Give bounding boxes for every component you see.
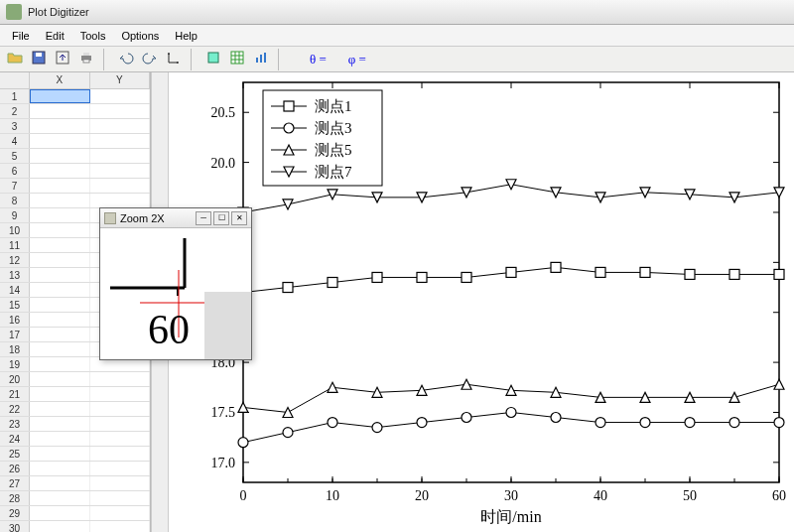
cell[interactable] xyxy=(90,491,151,505)
cell[interactable] xyxy=(90,387,151,401)
chart-panel[interactable]: 010203040506017.017.518.018.519.019.520.… xyxy=(169,72,794,532)
row-header[interactable]: 19 xyxy=(0,357,30,371)
row-header[interactable]: 14 xyxy=(0,283,30,297)
cell[interactable] xyxy=(30,164,90,178)
sheet-corner[interactable] xyxy=(0,72,30,88)
redo-button[interactable] xyxy=(139,49,161,70)
menu-tools[interactable]: Tools xyxy=(72,28,114,44)
cell[interactable] xyxy=(30,402,90,416)
row-header[interactable]: 28 xyxy=(0,491,30,505)
row-header[interactable]: 21 xyxy=(0,387,30,401)
cell[interactable] xyxy=(30,134,90,148)
cell[interactable] xyxy=(90,104,151,118)
cell[interactable] xyxy=(30,521,90,532)
cell[interactable] xyxy=(30,104,90,118)
cell[interactable] xyxy=(30,357,90,371)
cell[interactable] xyxy=(30,149,90,163)
cell[interactable] xyxy=(30,387,90,401)
cell[interactable] xyxy=(90,476,151,490)
cell[interactable] xyxy=(30,283,90,297)
col-header-y[interactable]: Y xyxy=(90,72,151,88)
chart-canvas[interactable]: 010203040506017.017.518.018.519.019.520.… xyxy=(169,72,794,532)
zoom-title-bar[interactable]: Zoom 2X ─ ☐ ✕ xyxy=(100,208,251,228)
row-header[interactable]: 15 xyxy=(0,298,30,312)
cell[interactable] xyxy=(90,417,151,431)
cell[interactable] xyxy=(30,119,90,133)
close-button[interactable]: ✕ xyxy=(231,211,247,225)
cell[interactable] xyxy=(90,372,151,386)
row-header[interactable]: 17 xyxy=(0,328,30,341)
cell[interactable] xyxy=(90,194,151,207)
undo-button[interactable] xyxy=(115,49,137,70)
cell[interactable] xyxy=(90,521,151,532)
cell[interactable] xyxy=(30,238,90,252)
chart-button[interactable] xyxy=(250,49,272,70)
menu-help[interactable]: Help xyxy=(167,28,205,44)
cell[interactable] xyxy=(30,89,90,103)
cell[interactable] xyxy=(30,328,90,341)
cell[interactable] xyxy=(30,179,90,193)
cell[interactable] xyxy=(30,447,90,461)
row-header[interactable]: 30 xyxy=(0,521,30,532)
row-header[interactable]: 16 xyxy=(0,313,30,327)
row-header[interactable]: 18 xyxy=(0,342,30,356)
cell[interactable] xyxy=(90,164,151,178)
cell[interactable] xyxy=(90,134,151,148)
row-header[interactable]: 23 xyxy=(0,417,30,431)
cell[interactable] xyxy=(30,223,90,237)
zoom-window[interactable]: Zoom 2X ─ ☐ ✕ 60 xyxy=(99,207,252,360)
cell[interactable] xyxy=(30,268,90,282)
cell[interactable] xyxy=(30,253,90,267)
grid-button[interactable] xyxy=(226,49,248,70)
row-header[interactable]: 5 xyxy=(0,149,30,163)
cell[interactable] xyxy=(30,476,90,490)
row-header[interactable]: 29 xyxy=(0,506,30,520)
cell[interactable] xyxy=(90,149,151,163)
cell[interactable] xyxy=(30,313,90,327)
cell[interactable] xyxy=(30,372,90,386)
cell[interactable] xyxy=(30,342,90,356)
cell[interactable] xyxy=(90,89,150,103)
cell[interactable] xyxy=(30,462,90,475)
cell[interactable] xyxy=(90,402,151,416)
export-button[interactable] xyxy=(52,49,73,70)
open-button[interactable] xyxy=(4,49,26,70)
row-header[interactable]: 3 xyxy=(0,119,30,133)
cell[interactable] xyxy=(30,491,90,505)
row-header[interactable]: 7 xyxy=(0,179,30,193)
cell[interactable] xyxy=(30,298,90,312)
row-header[interactable]: 27 xyxy=(0,476,30,490)
row-header[interactable]: 2 xyxy=(0,104,30,118)
cell[interactable] xyxy=(90,432,151,446)
axes-button[interactable] xyxy=(163,49,185,70)
row-header[interactable]: 11 xyxy=(0,238,30,252)
col-header-x[interactable]: X xyxy=(30,72,90,88)
maximize-button[interactable]: ☐ xyxy=(213,211,229,225)
cell[interactable] xyxy=(90,462,151,475)
row-header[interactable]: 10 xyxy=(0,223,30,237)
cell[interactable] xyxy=(30,208,90,222)
row-header[interactable]: 20 xyxy=(0,372,30,386)
row-header[interactable]: 1 xyxy=(0,89,30,103)
row-header[interactable]: 13 xyxy=(0,268,30,282)
row-header[interactable]: 22 xyxy=(0,402,30,416)
menu-file[interactable]: File xyxy=(4,28,38,44)
cell[interactable] xyxy=(30,432,90,446)
row-header[interactable]: 26 xyxy=(0,462,30,475)
row-header[interactable]: 9 xyxy=(0,208,30,222)
minimize-button[interactable]: ─ xyxy=(196,211,211,225)
save-button[interactable] xyxy=(28,49,50,70)
cell[interactable] xyxy=(30,417,90,431)
print-button[interactable] xyxy=(75,49,97,70)
menu-options[interactable]: Options xyxy=(113,28,167,44)
cell[interactable] xyxy=(90,179,151,193)
row-header[interactable]: 8 xyxy=(0,194,30,207)
cell[interactable] xyxy=(30,506,90,520)
cell[interactable] xyxy=(90,447,151,461)
cell[interactable] xyxy=(30,194,90,207)
book-button[interactable] xyxy=(202,49,224,70)
cell[interactable] xyxy=(90,506,151,520)
cell[interactable] xyxy=(90,119,151,133)
row-header[interactable]: 6 xyxy=(0,164,30,178)
row-header[interactable]: 4 xyxy=(0,134,30,148)
